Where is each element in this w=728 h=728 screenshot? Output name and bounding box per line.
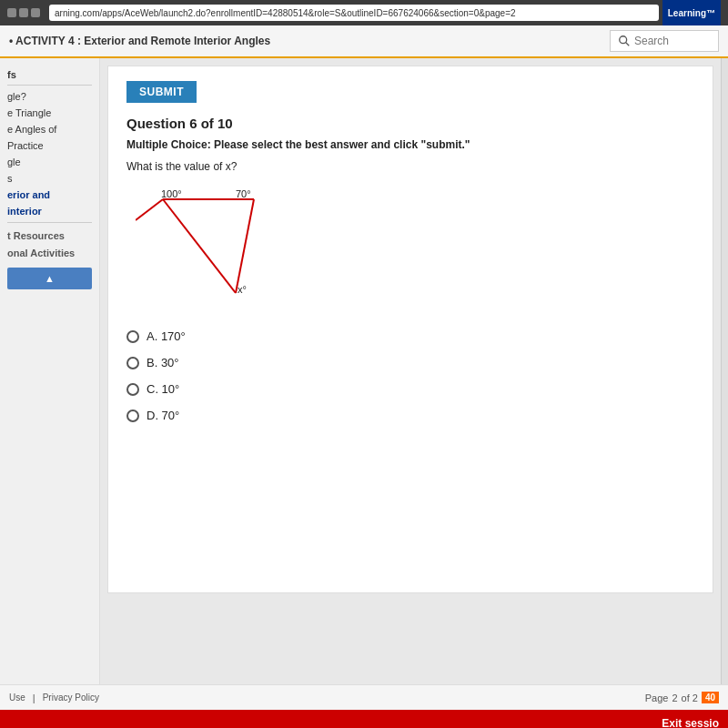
sidebar-activities: onal Activities [0,243,99,260]
url-bar[interactable]: arning.com/apps/AceWeb/launch2.do?enroll… [49,5,659,21]
top-header: • ACTIVITY 4 : Exterior and Remote Inter… [0,25,728,58]
choice-a[interactable]: A. 170° [126,329,694,343]
footer-bar: Use | Privacy Policy Page 2 of 2 40 [0,684,728,710]
triangle-diagram: 100° 70° x° [136,186,318,313]
sidebar-item-1[interactable]: e Triangle [0,105,99,121]
footer-links: Use | Privacy Policy [9,693,99,703]
sidebar-item-0[interactable]: gle? [0,88,99,105]
angle1-label: 100° [161,188,182,199]
sidebar-divider-2 [7,222,92,223]
search-box[interactable] [610,30,719,52]
page-label: Page [645,693,669,703]
anglex-label: x° [238,284,247,295]
footer-sep: | [33,693,35,703]
choice-b[interactable]: B. 30° [126,356,694,369]
browser-btn-2[interactable] [19,8,28,17]
privacy-link[interactable]: Privacy Policy [43,693,99,703]
choice-a-label: A. 170° [147,329,186,343]
choice-d[interactable]: D. 70° [126,409,694,422]
radio-b[interactable] [126,357,139,369]
app-container: • ACTIVITY 4 : Exterior and Remote Inter… [0,25,728,710]
svg-line-5 [136,199,163,220]
page-separator: of 2 [682,693,698,703]
sidebar-item-6[interactable]: erior and [0,187,99,203]
search-input[interactable] [634,35,707,47]
top-right-logo: Learning™ [662,0,721,25]
page-total-box: 40 [702,692,719,703]
search-icon [618,35,631,47]
svg-line-3 [163,199,236,293]
diagram-area: 100° 70° x° [126,186,694,313]
angle2-label: 70° [236,188,251,199]
sidebar-item-2[interactable]: e Angles of [0,121,99,137]
activity-title: • ACTIVITY 4 : Exterior and Remote Inter… [9,35,270,47]
exit-session-label[interactable]: Exit sessio [662,717,719,728]
browser-btn-1[interactable] [7,8,16,17]
sidebar-divider-1 [7,85,92,86]
exit-bar: Exit sessio [0,710,728,728]
browser-controls [7,8,40,17]
sidebar-item-4[interactable]: gle [0,154,99,170]
main-content: SUBMIT Question 6 of 10 Multiple Choice:… [100,58,721,684]
submit-button[interactable]: SUBMIT [126,81,197,103]
choice-d-label: D. 70° [147,409,179,422]
footer-pagination: Page 2 of 2 40 [645,692,719,703]
sidebar: fs gle? e Triangle e Angles of Practice … [0,58,100,684]
sidebar-resources: t Resources [0,226,99,243]
sidebar-item-5[interactable]: s [0,170,99,187]
body-layout: fs gle? e Triangle e Angles of Practice … [0,58,728,684]
use-link[interactable]: Use [9,693,25,703]
sidebar-section-fs: fs [0,66,99,82]
question-header: Question 6 of 10 [126,116,694,131]
question-text: What is the value of x? [126,160,694,173]
browser-chrome: arning.com/apps/AceWeb/launch2.do?enroll… [0,0,728,25]
svg-line-1 [626,43,630,46]
choice-b-label: B. 30° [147,356,179,369]
sidebar-item-7[interactable]: interior [0,203,99,219]
choice-c[interactable]: C. 10° [126,382,694,396]
radio-d[interactable] [126,410,139,422]
sidebar-scroll-up-btn[interactable]: ▲ [7,268,92,289]
browser-btn-3[interactable] [31,8,40,17]
right-panel [721,58,728,684]
content-inner: SUBMIT Question 6 of 10 Multiple Choice:… [107,66,713,593]
radio-c[interactable] [126,383,139,396]
page-current: 2 [672,693,677,703]
question-type: Multiple Choice: Please select the best … [126,138,694,151]
question-type-instruction: Please select the best answer and click … [211,138,470,151]
sidebar-item-3[interactable]: Practice [0,137,99,154]
choice-c-label: C. 10° [147,382,179,396]
svg-point-0 [620,36,627,44]
svg-line-4 [236,199,254,293]
question-type-label: Multiple Choice: [126,138,211,151]
radio-a[interactable] [126,330,139,343]
